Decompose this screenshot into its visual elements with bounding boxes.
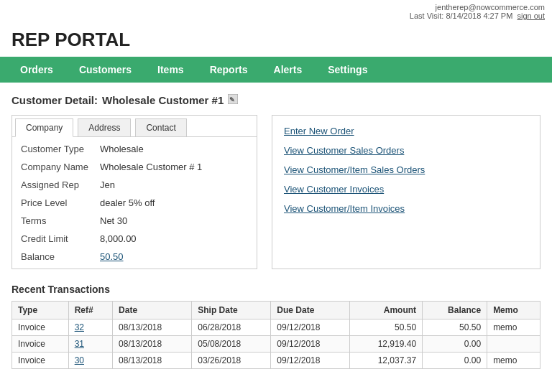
action-link-2[interactable]: View Customer/Item Sales Orders: [284, 164, 528, 175]
detail-label: Price Level: [15, 194, 94, 212]
company-detail-wrapper: Customer TypeWholesaleCompany NameWholes…: [12, 137, 257, 269]
tx-type: Invoice: [12, 319, 69, 336]
col-ref: Ref#: [68, 302, 112, 319]
nav-alerts[interactable]: Alerts: [261, 57, 316, 83]
col-balance: Balance: [423, 302, 487, 319]
nav-items[interactable]: Items: [144, 57, 197, 83]
col-amount: Amount: [350, 302, 423, 319]
tx-balance: 50.50: [423, 319, 487, 336]
action-link-1[interactable]: View Customer Sales Orders: [284, 145, 528, 156]
col-date: Date: [113, 302, 192, 319]
tx-ref[interactable]: 31: [68, 336, 112, 353]
last-visit: Last Visit: 8/14/2018 4:27 PM: [410, 11, 513, 20]
tx-ship-date: 06/28/2018: [192, 319, 271, 336]
page-title-prefix: Customer Detail:: [12, 94, 98, 106]
detail-value: Jen: [94, 176, 254, 194]
tx-date: 08/13/2018: [113, 336, 192, 353]
detail-row: Balance50.50: [15, 248, 254, 266]
col-due-date: Due Date: [271, 302, 350, 319]
detail-value: 8,000.00: [94, 230, 254, 248]
recent-transactions-title: Recent Transactions: [12, 284, 540, 295]
transactions-table: Type Ref# Date Ship Date Due Date Amount…: [12, 301, 540, 369]
table-row: Invoice3208/13/201806/28/201809/12/20185…: [12, 319, 540, 336]
detail-row: Price Leveldealer 5% off: [15, 194, 254, 212]
main-nav: Orders Customers Items Reports Alerts Se…: [0, 57, 552, 83]
tx-amount: 50.50: [350, 319, 423, 336]
nav-customers[interactable]: Customers: [66, 57, 144, 83]
tx-type: Invoice: [12, 336, 69, 353]
user-email: jentherep@nowcommerce.com: [436, 3, 545, 11]
detail-value: Net 30: [94, 212, 254, 230]
nav-settings[interactable]: Settings: [315, 57, 380, 83]
action-link-4[interactable]: View Customer/Item Invoices: [284, 203, 528, 214]
nav-reports[interactable]: Reports: [197, 57, 261, 83]
action-link-0[interactable]: Enter New Order: [284, 126, 528, 136]
detail-tabs: Company Address Contact: [12, 116, 257, 137]
detail-row: Credit Limit8,000.00: [15, 230, 254, 248]
tab-address[interactable]: Address: [78, 118, 131, 136]
detail-layout: Company Address Contact Customer TypeWho…: [12, 115, 540, 269]
top-bar: jentherep@nowcommerce.com Last Visit: 8/…: [0, 0, 552, 23]
detail-label: Assigned Rep: [15, 176, 94, 194]
tx-balance: 0.00: [423, 336, 487, 353]
tx-due-date: 09/12/2018: [271, 319, 350, 336]
detail-row: Company NameWholesale Customer # 1: [15, 158, 254, 176]
detail-label: Company Name: [15, 158, 94, 176]
customer-name-title: Wholesale Customer #1: [102, 94, 224, 106]
table-row: Invoice3008/13/201803/26/201809/12/20181…: [12, 353, 540, 369]
tx-memo: memo: [487, 319, 540, 336]
tx-amount: 12,037.37: [350, 353, 423, 369]
tx-ref[interactable]: 30: [68, 353, 112, 369]
transactions-header-row: Type Ref# Date Ship Date Due Date Amount…: [12, 302, 540, 319]
customer-detail-panel: Company Address Contact Customer TypeWho…: [12, 115, 257, 269]
tx-due-date: 09/12/2018: [271, 353, 350, 369]
main-content: Customer Detail: Wholesale Customer #1 ✎…: [0, 83, 552, 381]
detail-label: Balance: [15, 248, 94, 266]
tx-memo: memo: [487, 353, 540, 369]
tx-memo: [487, 336, 540, 353]
logo-area: REP PORTAL: [0, 23, 552, 57]
detail-row: TermsNet 30: [15, 212, 254, 230]
tx-due-date: 09/12/2018: [271, 336, 350, 353]
svg-text:✎: ✎: [229, 96, 235, 103]
detail-label: Credit Limit: [15, 230, 94, 248]
app-title: REP PORTAL: [12, 29, 540, 51]
detail-label: Terms: [15, 212, 94, 230]
tx-date: 08/13/2018: [113, 319, 192, 336]
detail-value: dealer 5% off: [94, 194, 254, 212]
tab-contact[interactable]: Contact: [135, 118, 186, 136]
page-title-area: Customer Detail: Wholesale Customer #1 ✎: [12, 94, 540, 106]
recent-transactions-section: Recent Transactions Type Ref# Date Ship …: [12, 284, 540, 369]
col-memo: Memo: [487, 302, 540, 319]
tx-balance: 0.00: [423, 353, 487, 369]
detail-value[interactable]: 50.50: [94, 248, 254, 266]
detail-row: Customer TypeWholesale: [15, 140, 254, 158]
detail-value: Wholesale: [94, 140, 254, 158]
nav-orders[interactable]: Orders: [7, 57, 66, 83]
tx-amount: 12,919.40: [350, 336, 423, 353]
action-links-panel: Enter New OrderView Customer Sales Order…: [272, 115, 540, 269]
col-ship-date: Ship Date: [192, 302, 271, 319]
tx-ship-date: 03/26/2018: [192, 353, 271, 369]
action-link-3[interactable]: View Customer Invoices: [284, 184, 528, 195]
tx-ref[interactable]: 32: [68, 319, 112, 336]
detail-label: Customer Type: [15, 140, 94, 158]
table-row: Invoice3108/13/201805/08/201809/12/20181…: [12, 336, 540, 353]
detail-value: Wholesale Customer # 1: [94, 158, 254, 176]
tx-type: Invoice: [12, 353, 69, 369]
company-detail-table: Customer TypeWholesaleCompany NameWholes…: [15, 140, 254, 266]
tx-date: 08/13/2018: [113, 353, 192, 369]
sign-out-link[interactable]: sign out: [517, 11, 545, 20]
tab-company[interactable]: Company: [15, 118, 73, 137]
col-type: Type: [12, 302, 69, 319]
edit-icon[interactable]: ✎: [228, 94, 238, 106]
detail-row: Assigned RepJen: [15, 176, 254, 194]
tx-ship-date: 05/08/2018: [192, 336, 271, 353]
